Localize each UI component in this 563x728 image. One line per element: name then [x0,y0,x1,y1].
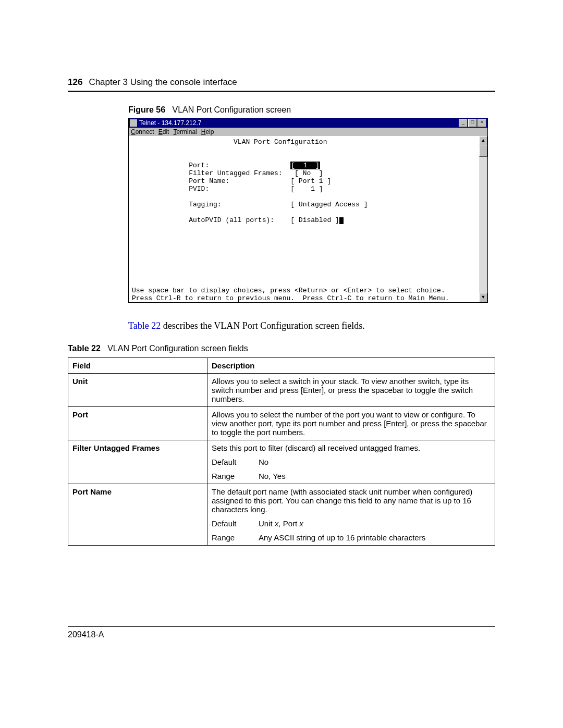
field-unit: Unit [72,377,88,386]
col-field-header: Field [68,358,207,374]
scroll-up-button[interactable]: ▲ [479,136,487,145]
filter-label: Filter Untagged Frames: [189,169,282,177]
scroll-thumb[interactable] [479,145,487,157]
portname-label: Port Name: [189,177,229,185]
pvid-label: PVID: [189,185,209,193]
field-port: Port [72,410,88,419]
table-title: VLAN Port Configuration screen fields [107,344,248,353]
page: 126 Chapter 3 Using the console interfac… [0,0,563,728]
table-row: Filter Untagged Frames Sets this port to… [68,440,495,484]
pvid-value[interactable]: [ 1 ] [290,185,323,193]
table-caption: Table 22 VLAN Port Configuration screen … [68,344,495,353]
figure-caption: Figure 56 VLAN Port Configuration screen [128,105,495,115]
maximize-button[interactable]: □ [468,119,477,127]
tagging-value[interactable]: [ Untagged Access ] [290,201,368,208]
desc-filter: Sets this port to filter (discard) all r… [207,440,495,484]
footer-rule [68,626,495,627]
minimize-button[interactable]: _ [459,119,468,127]
scroll-down-button[interactable]: ▼ [479,293,487,302]
page-number: 126 [68,77,82,88]
autopvid-label: AutoPVID (all ports): [189,216,274,224]
desc-unit: Allows you to select a switch in your st… [207,374,495,407]
col-desc-header: Description [207,358,495,374]
telnet-window: Telnet - 134.177.212.7 _ □ × Connect Edi… [128,118,488,303]
help-line-2: Press Ctrl-R to return to previous menu.… [132,294,449,302]
table-row: Port Allows you to select the number of … [68,407,495,440]
scroll-track[interactable] [479,157,487,293]
autopvid-value[interactable]: [ Disabled ] [290,216,339,224]
scrollbar[interactable]: ▲ ▼ [479,136,487,302]
table-ref-link[interactable]: Table 22 [128,320,161,331]
body-paragraph: Table 22 describes the VLAN Port Configu… [128,320,495,331]
terminal-screen: VLAN Port Configuration Port: [ 1 ] Filt… [129,136,479,302]
cursor-icon [339,217,344,224]
table-label: Table 22 [68,344,101,353]
tagging-label: Tagging: [189,201,221,208]
titlebar: Telnet - 134.177.212.7 _ □ × [129,118,487,128]
page-footer: 209418-A [68,626,495,639]
body-rest: describes the VLAN Port Configuration sc… [161,320,365,331]
desc-port: Allows you to select the number of the p… [207,407,495,440]
screen-heading: VLAN Port Configuration [234,138,327,146]
port-value[interactable]: [ 1 ] [290,162,320,169]
default-row: Default No [212,458,491,466]
app-icon [130,119,137,127]
range-row: Range No, Yes [212,472,491,480]
menu-connect[interactable]: Connect [131,128,154,135]
window-controls: _ □ × [458,119,486,127]
page-header: 126 Chapter 3 Using the console interfac… [68,77,495,92]
menubar: Connect Edit Terminal Help [129,128,487,136]
filter-value[interactable]: [ No ] [295,169,323,177]
figure-label: Figure 56 [128,105,165,114]
port-label: Port: [189,162,209,169]
field-portname: Port Name [72,487,112,496]
table-row: Unit Allows you to select a switch in yo… [68,374,495,407]
range-row: Range Any ASCII string of up to 16 print… [212,533,491,542]
chapter-title: Chapter 3 Using the console interface [89,77,237,88]
close-button[interactable]: × [478,119,486,127]
fields-table: Field Description Unit Allows you to sel… [68,357,495,546]
portname-value[interactable]: [ Port 1 ] [290,177,331,185]
window-title: Telnet - 134.177.212.7 [139,119,458,127]
help-line-1: Use space bar to display choices, press … [132,287,445,294]
field-filter: Filter Untagged Frames [72,443,160,452]
default-row: Default Unit x, Port x [212,519,491,528]
menu-help[interactable]: Help [201,128,214,135]
desc-portname: The default port name (with associated s… [207,484,495,546]
figure-title: VLAN Port Configuration screen [172,105,291,114]
table-row: Port Name The default port name (with as… [68,484,495,546]
menu-terminal[interactable]: Terminal [173,128,197,135]
menu-edit[interactable]: Edit [158,128,169,135]
table-header-row: Field Description [68,358,495,374]
doc-id: 209418-A [68,630,495,639]
